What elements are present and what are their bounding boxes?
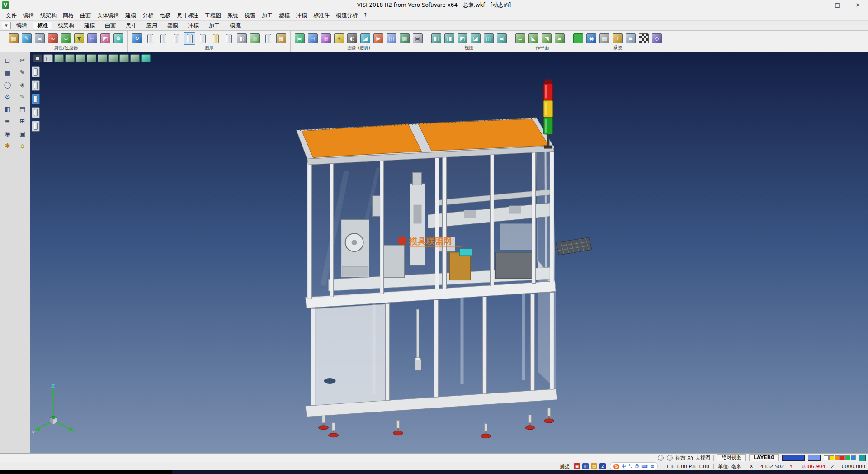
palette-yellow[interactable] (829, 455, 834, 460)
menu-file[interactable]: 文件 (3, 11, 20, 20)
menu-standard-parts[interactable]: 标准件 (310, 11, 333, 20)
top-view-icon[interactable] (108, 54, 118, 62)
toolbar-button[interactable]: ◪ (470, 32, 481, 45)
tab-moldflow[interactable]: 模流 (225, 21, 245, 30)
circle-tool-icon[interactable]: ◯ (2, 79, 13, 90)
grid-icon[interactable]: ▦ (2, 67, 13, 78)
toolbar-button[interactable]: ◧ (430, 32, 442, 45)
toolbar-button[interactable] (144, 32, 156, 45)
tab-wireframe[interactable]: 线架构 (53, 21, 79, 30)
tab-standard[interactable]: 标准 (33, 21, 52, 30)
display-toggle-icon-4[interactable] (32, 107, 40, 118)
pin-icon[interactable]: ▣ (574, 463, 580, 469)
toolbar-button[interactable]: ▤ (307, 32, 319, 45)
point-icon[interactable]: ◉ (2, 128, 13, 139)
solids-icon[interactable]: ◧ (2, 104, 13, 114)
annotate-icon[interactable]: ✎ (17, 91, 28, 102)
toolbar-button[interactable]: ∞ (47, 32, 59, 45)
menu-dimensioning[interactable]: 尺寸标注 (174, 11, 202, 20)
toolbar-button[interactable]: ▼ (73, 32, 85, 45)
tab-modeling[interactable]: 建模 (80, 21, 99, 30)
menu-system[interactable]: 系统 (224, 11, 241, 20)
palette-blue[interactable] (851, 455, 856, 460)
ime-logo-icon[interactable]: S (613, 464, 619, 469)
toolbar-button[interactable] (262, 32, 274, 45)
menu-moldflow[interactable]: 模流分析 (333, 11, 361, 20)
toolbar-button[interactable]: ◉ (585, 32, 597, 45)
toolbar-button[interactable]: ◐ (346, 32, 358, 45)
view-lamp-icon-2[interactable] (667, 455, 673, 461)
zoom-window-icon[interactable]: ◻ (2, 55, 13, 66)
toolbar-button[interactable]: ↻ (131, 32, 143, 45)
menu-stamping-die[interactable]: 冲模 (293, 11, 310, 20)
toolbar-button[interactable] (184, 32, 195, 45)
transform-icon[interactable]: ⚙ (2, 91, 13, 102)
active-color-swatch[interactable] (859, 455, 866, 461)
toolbar-button[interactable]: ☀ (333, 32, 345, 45)
color-bar-light[interactable] (808, 455, 821, 461)
toolbar-button[interactable]: ▥ (249, 32, 261, 45)
toolbar-button[interactable]: ▣ (294, 32, 306, 45)
toolbar-button[interactable]: + (612, 32, 623, 45)
menu-modeling[interactable]: 建模 (122, 11, 139, 20)
axonometric-view-icon[interactable] (130, 54, 140, 62)
display-toggle-icon-1[interactable] (32, 66, 40, 77)
folder-icon[interactable]: ▤ (591, 463, 597, 469)
toolbar-button[interactable] (572, 32, 584, 45)
color-bar-blue[interactable] (782, 455, 805, 461)
insert-icon[interactable]: ⊞ (17, 116, 28, 127)
toolbar-button[interactable]: ◧ (236, 32, 248, 45)
menu-mesh[interactable]: 网格 (60, 11, 77, 20)
palette-orange[interactable] (835, 455, 840, 460)
toolbar-button[interactable]: ▦ (8, 32, 19, 45)
menu-machining[interactable]: 加工 (259, 11, 276, 20)
palette-red[interactable] (840, 455, 845, 460)
back-view-icon[interactable] (76, 54, 85, 62)
toolbar-button[interactable] (210, 32, 222, 45)
tab-application[interactable]: 应用 (142, 21, 162, 30)
menu-surface[interactable]: 曲面 (77, 11, 94, 20)
toolbar-button[interactable]: ◥ (541, 32, 552, 45)
ime-punct-icon[interactable]: °, (628, 464, 632, 469)
toolbar-button[interactable]: ▶ (373, 32, 384, 45)
toolbar-button[interactable]: ◫ (483, 32, 495, 45)
trim-icon[interactable]: ✂ (17, 55, 28, 66)
notes-icon[interactable]: 2 (599, 463, 606, 469)
palette-white[interactable] (824, 455, 829, 460)
minimize-button[interactable]: — (807, 0, 827, 10)
left-view-icon[interactable] (87, 54, 96, 62)
render-icon[interactable]: ✱ (2, 140, 13, 151)
toolbar-button[interactable]: ◩ (457, 32, 468, 45)
toolbar-button[interactable] (197, 32, 208, 45)
toolbar-button[interactable] (157, 32, 169, 45)
toolbar-button[interactable]: ▣ (412, 32, 424, 45)
view-mode-button[interactable]: 绝对视图 (717, 454, 746, 461)
tab-dimension[interactable]: 尺寸 (121, 21, 141, 30)
toolbar-button[interactable]: ◩ (99, 32, 111, 45)
view-menu-icon[interactable]: ≡ (33, 54, 42, 62)
toolbar-button[interactable]: ▩ (275, 32, 287, 45)
menu-electrode[interactable]: 电极 (156, 11, 174, 20)
ime-keyboard-icon[interactable]: ⌨ (642, 464, 648, 469)
layer-selector[interactable]: LAYER0 (749, 454, 779, 461)
view-lamp-icon-1[interactable] (658, 455, 664, 461)
ime-skin-icon[interactable]: ▦ (650, 464, 654, 469)
toolbar-button[interactable]: ✎ (21, 32, 33, 45)
front-view-icon[interactable] (65, 54, 75, 62)
toolbar-button[interactable]: ◨ (443, 32, 455, 45)
toolbar-button[interactable] (170, 32, 182, 45)
toolbar-button[interactable]: ▣ (34, 32, 46, 45)
plane-icon[interactable]: ▣ (17, 128, 28, 139)
iso-view-icon[interactable] (54, 54, 64, 62)
display-toggle-icon-3[interactable] (32, 94, 40, 104)
display-toggle-icon-5[interactable] (32, 121, 40, 132)
taskbar-strip[interactable] (0, 470, 868, 474)
ime-emoji-icon[interactable]: ☺ (634, 464, 639, 469)
toolbar-button[interactable]: ◇ (651, 32, 663, 45)
toolbar-dropdown-icon[interactable]: ▼ (2, 22, 11, 29)
toolbar-button[interactable]: ▨ (399, 32, 410, 45)
toolbar-button[interactable]: ◫ (386, 32, 397, 45)
menu-help[interactable]: ? (361, 11, 370, 19)
menu-wireframe[interactable]: 线架构 (37, 11, 60, 20)
display-icon[interactable]: ◫ (582, 463, 589, 469)
